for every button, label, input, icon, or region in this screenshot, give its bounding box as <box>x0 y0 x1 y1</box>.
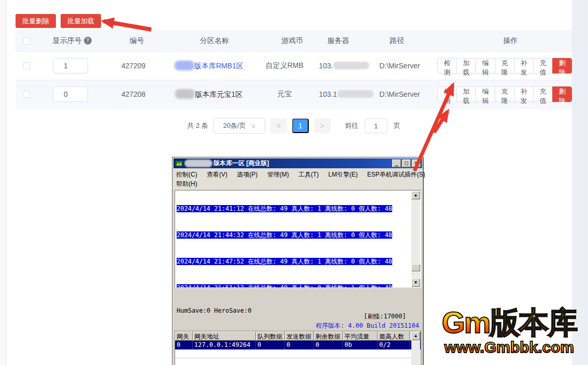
censor-blob <box>175 89 195 99</box>
gateway-header-row: 网关 网关地址 队列数据 发送数据 剩余数据 平均流量 最高人数 <box>175 331 421 341</box>
row-actions: 检测 加载 编辑 克隆 补发 充值 删除 <box>437 58 572 74</box>
header-currency: 游戏币 <box>261 36 323 46</box>
log-line: 2024/4/14 21:41:12 在线总数: 49 真人数: 1 离线数: … <box>177 205 410 213</box>
pagination: 共 2 条 20条/页 ∨ < 1 > 前往 页 <box>16 118 572 134</box>
row-checkbox[interactable] <box>23 91 30 98</box>
zone-name-link[interactable]: 版本库RMB1区 <box>194 62 243 70</box>
row-currency: 元宝 <box>254 90 315 99</box>
row-path: D:\MirServer <box>379 90 437 98</box>
program-version: 程序版本: 4.00 Build 20151104 <box>315 322 419 330</box>
censor-blob <box>184 159 212 167</box>
scrollbar-thumb[interactable] <box>411 264 420 271</box>
header-path: 路径 <box>390 36 449 46</box>
header-server: 服务器 <box>323 36 390 46</box>
menu-view[interactable]: 查看(V) <box>207 171 227 178</box>
window-icon <box>175 159 183 167</box>
chevron-down-icon: ∨ <box>250 123 256 129</box>
row-path: D:\MirServer <box>379 62 437 70</box>
header-ops: 操作 <box>449 36 572 46</box>
menu-manage[interactable]: 管理(M) <box>267 171 289 178</box>
page-left-edge <box>0 0 6 365</box>
zone-name: 版本库元宝1区 <box>195 90 242 98</box>
menu-esp-plugin[interactable]: ESP单机调试插件(S) <box>367 171 425 178</box>
gw-header[interactable]: 网关 <box>175 331 193 341</box>
clone-button[interactable]: 克隆 <box>495 58 514 74</box>
close-button[interactable]: × <box>412 159 421 167</box>
page-size-select[interactable]: 20条/页 ∨ <box>213 118 265 134</box>
toolbar: 批量删除 批量加载 <box>16 14 101 28</box>
gw-header[interactable]: 最高人数 <box>378 331 410 341</box>
logo-url: www.Gmbbk.com <box>432 338 587 357</box>
arrow-to-batch-load <box>104 21 151 30</box>
censor-blob <box>333 62 369 69</box>
goto-page-input[interactable] <box>365 119 388 133</box>
delete-button[interactable]: 删除 <box>552 58 572 74</box>
recharge-button[interactable]: 充值 <box>533 58 553 74</box>
table-row: 427209 版本库RMB1区 自定义RMB 103. D:\MirServer… <box>16 52 572 80</box>
help-icon[interactable]: ? <box>84 37 92 45</box>
zone-table: 显示序号 ? 编号 分区名称 游戏币 服务器 路径 操作 427209 版本库R… <box>16 30 572 109</box>
row-currency: 自定义RMB <box>254 61 315 70</box>
total-count: 共 2 条 <box>187 121 208 130</box>
select-all-checkbox[interactable] <box>23 37 31 45</box>
delete-button[interactable]: 删除 <box>552 86 572 102</box>
gateway-empty-row <box>175 358 411 365</box>
mir-server-window: 版本库一区 [商业版] _ □ × 控制(C) 查看(V) 选项(P) 管理(M… <box>172 157 424 365</box>
gateway-scrollbar[interactable]: ▲ ▼ <box>411 332 420 365</box>
server-stats-panel: HumSave:0 HeroSave:0 Run3/3 Soc0/0 Usr12… <box>175 289 421 330</box>
spawn-count: [刷怪:17000] <box>364 311 416 322</box>
log-line: 2024/4/14 21:51:12 在线总数: 49 真人数: 0 离线数: … <box>177 284 410 288</box>
gw-header[interactable]: 平均流量 <box>343 331 378 341</box>
load-button[interactable]: 加载 <box>456 58 476 74</box>
menu-control[interactable]: 控制(C) <box>176 171 197 178</box>
check-button[interactable]: 检测 <box>437 86 457 102</box>
gw-header[interactable]: 网关地址 <box>193 331 256 341</box>
logo-title: Gm版本库 <box>432 307 587 338</box>
censor-blob <box>337 90 374 98</box>
batch-delete-button[interactable]: 批量删除 <box>16 14 56 28</box>
clone-button[interactable]: 克隆 <box>495 86 514 102</box>
row-server: 103.1 <box>319 90 337 98</box>
log-scrollbar[interactable]: ▲ ▼ <box>411 191 420 287</box>
gw-header[interactable]: 剩余数据 <box>314 331 343 341</box>
gw-header[interactable]: 队列数据 <box>256 331 285 341</box>
batch-load-button[interactable]: 批量加载 <box>61 14 101 28</box>
window-titlebar[interactable]: 版本库一区 [商业版] _ □ × <box>174 158 422 168</box>
check-button[interactable]: 检测 <box>437 58 457 74</box>
gateway-empty-row <box>175 349 411 358</box>
menu-help[interactable]: 帮助(H) <box>176 180 197 187</box>
edit-button[interactable]: 编辑 <box>476 86 495 102</box>
scroll-up-icon[interactable]: ▲ <box>411 332 420 340</box>
scroll-up-icon[interactable]: ▲ <box>411 191 420 199</box>
log-line: 2024/4/14 21:44:32 在线总数: 49 真人数: 1 离线数: … <box>177 231 410 240</box>
next-page-button[interactable]: > <box>314 119 331 133</box>
menu-lm-engine[interactable]: LM引擎(E) <box>328 171 358 178</box>
prev-page-button[interactable]: < <box>270 119 287 133</box>
reissue-button[interactable]: 补发 <box>514 86 534 102</box>
row-id: 427208 <box>103 90 164 98</box>
scroll-down-icon[interactable]: ▼ <box>411 279 420 287</box>
gateway-row-selected[interactable]: 0 127.0.0.1:49264 0 0 0 0b 0/2 <box>175 341 421 349</box>
header-zone: 分区名称 <box>168 36 261 46</box>
current-page-button[interactable]: 1 <box>292 119 309 133</box>
edit-button[interactable]: 编辑 <box>476 58 495 74</box>
reissue-button[interactable]: 补发 <box>514 58 534 74</box>
page-size-value: 20条/页 <box>223 121 246 130</box>
gateway-table: 网关 网关地址 队列数据 发送数据 剩余数据 平均流量 最高人数 0 127.0… <box>175 331 421 365</box>
maximize-button[interactable]: □ <box>402 159 411 167</box>
seq-input[interactable] <box>53 86 88 102</box>
goto-suffix: 页 <box>394 121 400 130</box>
row-checkbox[interactable] <box>23 62 30 69</box>
seq-input[interactable] <box>53 58 88 74</box>
row-server: 103. <box>319 62 333 70</box>
server-log-area[interactable]: 2024/4/14 21:41:12 在线总数: 49 真人数: 1 离线数: … <box>175 190 421 288</box>
menu-tools[interactable]: 工具(T) <box>298 171 319 178</box>
gw-header[interactable]: 发送数据 <box>285 331 314 341</box>
minimize-button[interactable]: _ <box>392 159 401 167</box>
recharge-button[interactable]: 充值 <box>533 86 553 102</box>
menu-bar: 控制(C) 查看(V) 选项(P) 管理(M) 工具(T) LM引擎(E) ES… <box>174 168 422 189</box>
load-button[interactable]: 加载 <box>456 86 476 102</box>
menu-options[interactable]: 选项(P) <box>237 171 257 178</box>
goto-label: 前往 <box>345 121 358 130</box>
table-header-row: 显示序号 ? 编号 分区名称 游戏币 服务器 路径 操作 <box>16 30 572 52</box>
